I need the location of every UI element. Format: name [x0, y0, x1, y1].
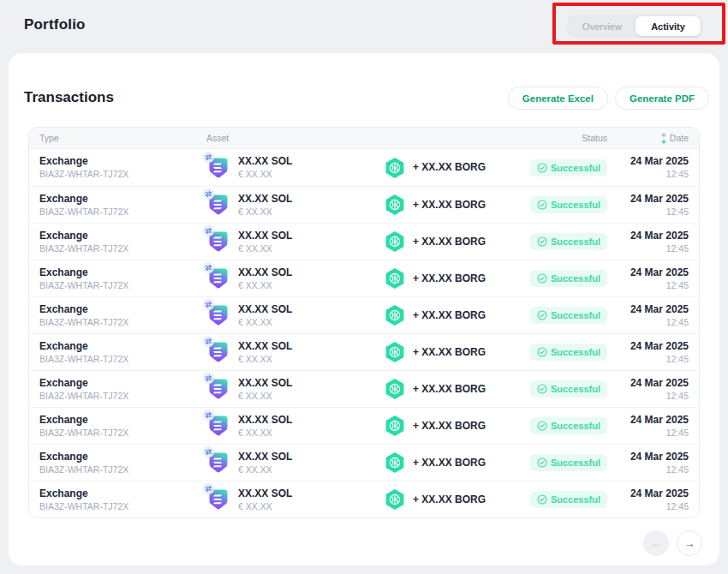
transaction-row[interactable]: Exchange BIA3Z-WHTAR-TJ72X — [29, 481, 699, 517]
status-badge: Successful — [530, 380, 607, 398]
pagination: ← → — [643, 530, 702, 556]
transaction-type: Exchange — [39, 340, 206, 353]
table-body: Exchange BIA3Z-WHTAR-TJ72X — [29, 149, 699, 517]
status-cell: Successful — [526, 491, 607, 508]
borg-coin-icon — [384, 230, 406, 253]
check-circle-icon — [537, 200, 547, 210]
column-header-type[interactable]: Type — [39, 133, 206, 143]
date-cell: 24 Mar 2025 12:45 — [607, 340, 689, 365]
status-badge: Successful — [530, 307, 607, 324]
borg-coin-icon — [384, 378, 406, 400]
asset-from-cell: XX.XX SOL € XX.XX — [206, 414, 384, 439]
tab-overview[interactable]: Overview — [569, 16, 636, 36]
status-cell: Successful — [526, 344, 607, 361]
transaction-row[interactable]: Exchange BIA3Z-WHTAR-TJ72X — [29, 407, 699, 444]
sol-coin-icon — [206, 487, 230, 511]
transaction-type-cell: Exchange BIA3Z-WHTAR-TJ72X — [39, 414, 206, 439]
column-header-asset[interactable]: Asset — [206, 133, 384, 143]
status-badge: Successful — [530, 344, 607, 361]
exchange-swap-icon — [203, 446, 214, 457]
asset-to-cell: + XX.XX BORG — [384, 378, 526, 400]
asset-to-cell: + XX.XX BORG — [384, 341, 526, 363]
tab-activity[interactable]: Activity — [636, 16, 701, 36]
borg-coin-icon — [384, 488, 406, 511]
transaction-reference: BIA3Z-WHTAR-TJ72X — [39, 427, 206, 439]
transaction-date: 24 Mar 2025 — [607, 414, 689, 427]
transaction-time: 12:45 — [607, 353, 689, 365]
transaction-type-cell: Exchange BIA3Z-WHTAR-TJ72X — [39, 451, 206, 475]
from-fiat-value: € XX.XX — [238, 168, 292, 180]
column-header-date[interactable]: Date — [607, 133, 689, 144]
asset-from-cell: XX.XX SOL € XX.XX — [206, 377, 384, 402]
to-amount: + XX.XX BORG — [413, 383, 486, 396]
from-fiat-value: € XX.XX — [238, 500, 292, 512]
asset-to-cell: + XX.XX BORG — [384, 451, 526, 474]
column-header-status[interactable]: Status — [526, 133, 607, 143]
generate-pdf-button[interactable]: Generate PDF — [615, 87, 709, 110]
borg-coin-icon — [384, 341, 406, 363]
from-fiat-value: € XX.XX — [238, 316, 292, 328]
date-cell: 24 Mar 2025 12:45 — [607, 487, 689, 512]
asset-to-cell: + XX.XX BORG — [384, 194, 526, 216]
from-amount: XX.XX SOL — [238, 414, 292, 427]
asset-to-cell: + XX.XX BORG — [384, 304, 526, 326]
from-fiat-value: € XX.XX — [238, 279, 292, 291]
status-cell: Successful — [526, 454, 607, 471]
pagination-prev-button[interactable]: ← — [643, 530, 669, 556]
from-amount: XX.XX SOL — [238, 487, 292, 500]
to-amount: + XX.XX BORG — [413, 493, 486, 506]
date-cell: 24 Mar 2025 12:45 — [607, 193, 689, 218]
asset-from-cell: XX.XX SOL € XX.XX — [206, 487, 384, 512]
from-amount: XX.XX SOL — [238, 193, 292, 206]
generate-excel-button[interactable]: Generate Excel — [508, 87, 608, 110]
pagination-next-button[interactable]: → — [677, 530, 702, 556]
transaction-row[interactable]: Exchange BIA3Z-WHTAR-TJ72X — [29, 149, 699, 186]
transactions-heading: Transactions — [24, 89, 114, 106]
exchange-swap-icon — [203, 373, 214, 384]
check-circle-icon — [537, 163, 547, 173]
status-cell: Successful — [526, 417, 607, 434]
to-amount: + XX.XX BORG — [413, 346, 486, 359]
to-amount: + XX.XX BORG — [413, 236, 486, 248]
transaction-type-cell: Exchange BIA3Z-WHTAR-TJ72X — [39, 266, 206, 291]
sol-coin-icon — [206, 230, 230, 254]
date-cell: 24 Mar 2025 12:45 — [607, 303, 689, 328]
exchange-swap-icon — [203, 152, 214, 163]
transaction-time: 12:45 — [607, 168, 689, 180]
transaction-type-cell: Exchange BIA3Z-WHTAR-TJ72X — [39, 193, 206, 218]
borg-coin-icon — [384, 267, 406, 290]
exchange-swap-icon — [203, 410, 214, 421]
transaction-row[interactable]: Exchange BIA3Z-WHTAR-TJ72X — [29, 260, 699, 296]
check-circle-icon — [537, 384, 547, 394]
transaction-row[interactable]: Exchange BIA3Z-WHTAR-TJ72X — [29, 296, 699, 333]
check-circle-icon — [537, 457, 547, 468]
borg-coin-icon — [384, 304, 406, 326]
transaction-time: 12:45 — [607, 279, 689, 291]
transaction-reference: BIA3Z-WHTAR-TJ72X — [39, 390, 206, 402]
view-switcher: Overview Activity — [567, 15, 702, 38]
transaction-type-cell: Exchange BIA3Z-WHTAR-TJ72X — [39, 487, 206, 512]
date-cell: 24 Mar 2025 12:45 — [607, 451, 689, 475]
transaction-reference: BIA3Z-WHTAR-TJ72X — [39, 206, 206, 218]
transaction-date: 24 Mar 2025 — [607, 193, 689, 206]
transaction-row[interactable]: Exchange BIA3Z-WHTAR-TJ72X — [29, 444, 699, 481]
check-circle-icon — [537, 310, 547, 320]
borg-coin-icon — [384, 451, 406, 474]
transaction-type: Exchange — [39, 414, 206, 427]
from-amount: XX.XX SOL — [238, 340, 292, 353]
transaction-row[interactable]: Exchange BIA3Z-WHTAR-TJ72X — [29, 223, 699, 260]
asset-from-cell: XX.XX SOL € XX.XX — [206, 451, 384, 475]
transactions-card: Transactions Generate Excel Generate PDF… — [9, 53, 719, 565]
transaction-date: 24 Mar 2025 — [607, 230, 689, 242]
sol-coin-icon — [206, 340, 230, 364]
from-amount: XX.XX SOL — [238, 303, 292, 316]
transaction-time: 12:45 — [607, 316, 689, 328]
transaction-reference: BIA3Z-WHTAR-TJ72X — [39, 463, 206, 475]
to-amount: + XX.XX BORG — [413, 420, 486, 433]
from-amount: XX.XX SOL — [238, 266, 292, 279]
transaction-row[interactable]: Exchange BIA3Z-WHTAR-TJ72X — [29, 333, 699, 370]
asset-from-cell: XX.XX SOL € XX.XX — [206, 230, 384, 254]
transaction-row[interactable]: Exchange BIA3Z-WHTAR-TJ72X — [29, 186, 699, 223]
status-cell: Successful — [526, 270, 607, 287]
transaction-row[interactable]: Exchange BIA3Z-WHTAR-TJ72X — [29, 370, 699, 407]
